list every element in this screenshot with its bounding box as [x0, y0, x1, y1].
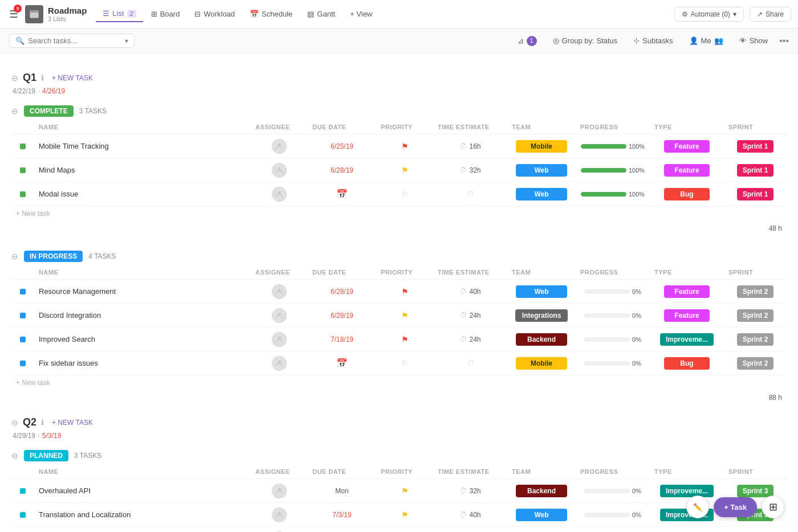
new-task-button[interactable]: + NEW TASK: [48, 418, 96, 428]
type-cell[interactable]: Bug: [650, 357, 724, 370]
task-name[interactable]: Mobile Time Tracking: [34, 142, 251, 150]
table-row[interactable]: Improved Search 7/18/19 ⚑ ⏱ 24h Backend: [11, 328, 787, 351]
team-cell[interactable]: Web: [507, 285, 576, 298]
table-row[interactable]: Overhauled API Mon ⚑ ⏱ 32h Backend: [11, 479, 787, 503]
priority-cell[interactable]: ⚑: [376, 486, 433, 496]
status-collapse-icon[interactable]: ⊖: [11, 451, 18, 460]
task-name[interactable]: Discord Integration: [34, 311, 251, 320]
priority-cell[interactable]: ⚑: [376, 166, 433, 175]
team-cell[interactable]: Mobile: [507, 357, 576, 370]
task-name[interactable]: Overhauled API: [34, 486, 251, 495]
subtasks-button[interactable]: ⊹ Subtasks: [629, 34, 677, 47]
assignee-cell[interactable]: [251, 284, 308, 299]
assignee-cell[interactable]: [251, 139, 308, 154]
sprint-cell[interactable]: Sprint 1: [724, 140, 787, 153]
avatar[interactable]: [272, 484, 287, 498]
collapse-icon[interactable]: ⊖: [11, 418, 18, 427]
group-by-button[interactable]: ◎ Group by: Status: [548, 34, 622, 47]
filter-button[interactable]: ⊿ 1: [513, 34, 542, 48]
priority-cell[interactable]: ⚐: [376, 359, 433, 368]
task-name[interactable]: Fix sidebar issues: [34, 359, 251, 367]
fab-task-button[interactable]: + Task: [714, 497, 757, 517]
sprint-cell[interactable]: Sprint 2: [724, 309, 787, 322]
tab-list[interactable]: ☰ List 2: [96, 6, 142, 22]
table-row[interactable]: Translation and Localization 7/3/19 ⚑ ⏱ …: [11, 503, 787, 527]
info-icon[interactable]: ℹ: [41, 73, 44, 82]
assignee-cell[interactable]: [251, 356, 308, 371]
automate-button[interactable]: ⚙ Automate (0) ▾: [674, 7, 744, 22]
avatar[interactable]: [272, 356, 287, 371]
assignee-cell[interactable]: [251, 187, 308, 202]
new-task-button[interactable]: + NEW TASK: [48, 73, 96, 83]
table-row[interactable]: Modal issue 📅 ⚐ ⏱ Web: [11, 182, 787, 206]
me-button[interactable]: 👤 Me 👥: [685, 34, 728, 47]
task-name[interactable]: Improved Search: [34, 335, 251, 343]
assignee-cell[interactable]: [251, 332, 308, 347]
avatar[interactable]: [272, 284, 287, 299]
team-cell[interactable]: Web: [507, 188, 576, 200]
priority-cell[interactable]: ⚑: [376, 287, 433, 296]
new-task-row[interactable]: + New task: [11, 375, 787, 390]
priority-cell[interactable]: ⚑: [376, 335, 433, 344]
task-name[interactable]: Resource Management: [34, 287, 251, 296]
tab-gantt[interactable]: ▤ Gantt: [300, 6, 342, 22]
status-collapse-icon[interactable]: ⊖: [11, 107, 18, 116]
priority-cell[interactable]: ⚑: [376, 510, 433, 519]
sprint-cell[interactable]: Sprint 2: [724, 333, 787, 346]
status-badge[interactable]: COMPLETE: [24, 105, 74, 117]
new-task-row[interactable]: + New task: [11, 206, 787, 221]
priority-cell[interactable]: ⚐: [376, 190, 433, 199]
assignee-cell[interactable]: [251, 508, 308, 522]
team-cell[interactable]: Web: [507, 164, 576, 177]
task-name[interactable]: Mind Maps: [34, 166, 251, 174]
status-collapse-icon[interactable]: ⊖: [11, 252, 18, 261]
share-button[interactable]: ↗ Share: [750, 7, 791, 22]
avatar[interactable]: [272, 163, 287, 178]
tab-board[interactable]: ⊞ Board: [144, 6, 187, 22]
sprint-cell[interactable]: Sprint 1: [724, 188, 787, 200]
type-cell[interactable]: Improveme...: [650, 333, 724, 346]
task-name[interactable]: Translation and Localization: [34, 510, 251, 519]
fab-apps-button[interactable]: ⊞: [762, 496, 784, 518]
team-cell[interactable]: Mobile: [507, 140, 576, 153]
info-icon[interactable]: ℹ: [41, 418, 44, 427]
assignee-cell[interactable]: [251, 308, 308, 323]
team-cell[interactable]: Backend: [507, 333, 576, 346]
status-badge[interactable]: IN PROGRESS: [24, 251, 83, 262]
search-input[interactable]: [28, 36, 121, 45]
sprint-cell[interactable]: Sprint 2: [724, 357, 787, 370]
tab-workload[interactable]: ⊟ Workload: [188, 6, 242, 22]
type-cell[interactable]: Feature: [650, 285, 724, 298]
table-row[interactable]: Discord Integration 6/28/19 ⚑ ⏱ 24h Inte…: [11, 304, 787, 328]
priority-cell[interactable]: ⚑: [376, 142, 433, 151]
team-cell[interactable]: Web: [507, 509, 576, 521]
type-cell[interactable]: Feature: [650, 164, 724, 177]
type-cell[interactable]: Feature: [650, 309, 724, 322]
table-row[interactable]: Mobile Time Tracking 6/25/19 ⚑ ⏱ 16h Mob…: [11, 134, 787, 158]
tab-view[interactable]: + View: [343, 6, 379, 22]
assignee-cell[interactable]: [251, 484, 308, 498]
more-options-button[interactable]: •••: [779, 36, 789, 46]
status-badge[interactable]: PLANNED: [24, 450, 68, 461]
avatar[interactable]: [272, 508, 287, 522]
search-dropdown-icon[interactable]: ▾: [125, 37, 128, 45]
tab-schedule[interactable]: 📅 Schedule: [243, 6, 299, 22]
assignee-cell[interactable]: [251, 163, 308, 178]
sprint-cell[interactable]: Sprint 1: [724, 164, 787, 177]
show-button[interactable]: 👁 Show: [735, 34, 773, 47]
team-cell[interactable]: Backend: [507, 485, 576, 497]
sprint-cell[interactable]: Sprint 2: [724, 285, 787, 298]
avatar[interactable]: [272, 139, 287, 154]
avatar[interactable]: [272, 187, 287, 202]
table-row[interactable]: Mind Maps 6/28/19 ⚑ ⏱ 32h Web: [11, 158, 787, 182]
collapse-icon[interactable]: ⊖: [11, 73, 18, 83]
team-cell[interactable]: Integrations: [507, 309, 576, 322]
type-cell[interactable]: Feature: [650, 140, 724, 153]
table-row[interactable]: Mobile Inbox Jul 5 ⚑ ⏱ 32h Mobile: [11, 527, 787, 532]
priority-cell[interactable]: ⚑: [376, 311, 433, 320]
search-box[interactable]: 🔍 ▾: [9, 34, 135, 48]
avatar[interactable]: [272, 332, 287, 347]
table-row[interactable]: Fix sidebar issues 📅 ⚐ ⏱ Mobile: [11, 351, 787, 375]
hamburger-menu[interactable]: ☰ 9: [7, 6, 21, 23]
avatar[interactable]: [272, 308, 287, 323]
